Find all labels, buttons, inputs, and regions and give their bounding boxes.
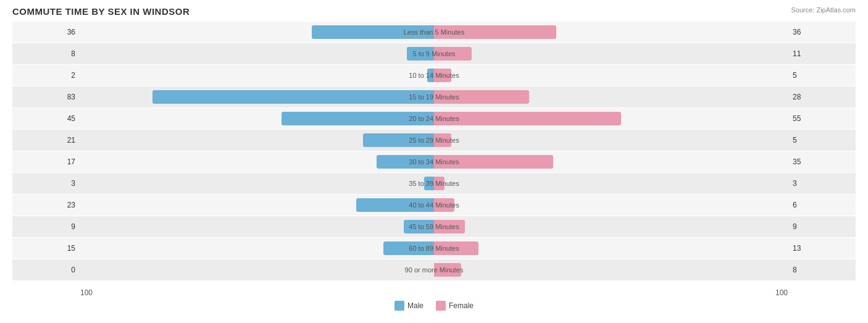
bar-pair: 30 to 34 Minutes [80,154,788,170]
legend-male-label: Male [407,301,424,310]
bar-pair-container: 20 to 24 Minutes [80,108,788,129]
male-bar [407,47,434,61]
chart-area: 36Less than 5 Minutes3685 to 9 Minutes11… [12,22,856,287]
male-bar [404,220,435,233]
male-value: 15 [12,244,80,253]
male-bar [424,177,435,190]
male-value: 9 [12,222,80,231]
legend-female-box [436,301,446,311]
table-row: 945 to 59 Minutes9 [12,216,856,237]
bar-pair-container: 15 to 19 Minutes [80,86,788,107]
table-row: 1730 to 34 Minutes35 [12,151,856,172]
bar-pair: 90 or more Minutes [80,262,788,278]
male-value: 8 [12,49,80,58]
female-bar [434,133,451,147]
table-row: 36Less than 5 Minutes36 [12,22,856,43]
bar-pair: 35 to 39 Minutes [80,175,788,191]
female-value: 28 [788,93,856,101]
female-value: 5 [788,71,856,80]
bar-pair-container: 25 to 29 Minutes [80,130,788,151]
female-bar [434,220,465,233]
bar-pair: 15 to 19 Minutes [80,89,788,105]
female-value: 3 [788,179,856,188]
bar-pair-container: 90 or more Minutes [80,259,788,280]
male-value: 3 [12,179,80,188]
bar-pair-container: Less than 5 Minutes [80,22,788,43]
table-row: 335 to 39 Minutes3 [12,173,856,194]
table-row: 210 to 14 Minutes5 [12,65,856,86]
male-value: 2 [12,71,80,80]
table-row: 090 or more Minutes8 [12,259,856,280]
female-value: 13 [788,244,856,253]
bar-pair-container: 5 to 9 Minutes [80,43,788,64]
female-bar [434,112,621,125]
bar-pair-container: 45 to 59 Minutes [80,216,788,237]
table-row: 4520 to 24 Minutes55 [12,108,856,129]
bar-pair: 60 to 89 Minutes [80,240,788,256]
chart-container: COMMUTE TIME BY SEX IN WINDSOR Source: Z… [0,0,868,323]
bar-pair-container: 30 to 34 Minutes [80,151,788,172]
legend-male: Male [394,301,424,311]
bar-pair-container: 10 to 14 Minutes [80,65,788,86]
bar-pair: 25 to 29 Minutes [80,132,788,148]
female-bar [434,263,461,277]
legend-male-box [394,301,404,311]
table-row: 85 to 9 Minutes11 [12,43,856,64]
male-bar [377,155,435,169]
female-bar [434,155,553,169]
female-value: 35 [788,157,856,166]
female-bar [434,241,478,255]
male-bar [152,90,435,104]
legend: Male Female [12,301,856,311]
female-bar [434,47,472,61]
axis-labels: 100 100 [12,288,856,297]
bar-pair: Less than 5 Minutes [80,24,788,40]
bar-pair: 20 to 24 Minutes [80,111,788,127]
table-row: 1560 to 89 Minutes13 [12,238,856,259]
female-value: 11 [788,49,856,58]
female-value: 6 [788,201,856,209]
male-bar [356,198,435,212]
table-row: 2125 to 29 Minutes5 [12,130,856,151]
male-bar [282,112,435,125]
bar-pair: 45 to 59 Minutes [80,219,788,235]
bar-pair-container: 35 to 39 Minutes [80,173,788,194]
male-value: 17 [12,157,80,166]
bar-pair-container: 60 to 89 Minutes [80,238,788,259]
bar-pair: 40 to 44 Minutes [80,197,788,213]
bar-pair-container: 40 to 44 Minutes [80,195,788,216]
male-bar [312,25,434,39]
female-value: 9 [788,222,856,231]
female-value: 8 [788,266,856,274]
bar-pair: 5 to 9 Minutes [80,46,788,62]
male-value: 23 [12,201,80,209]
male-bar [363,133,435,147]
male-value: 83 [12,93,80,101]
female-value: 55 [788,114,856,123]
female-value: 5 [788,136,856,145]
source-label: Source: ZipAtlas.com [791,6,856,14]
chart-title: COMMUTE TIME BY SEX IN WINDSOR [12,6,856,17]
female-bar [434,177,444,190]
female-bar [434,198,454,212]
female-bar [434,90,529,104]
table-row: 8315 to 19 Minutes28 [12,86,856,107]
male-value: 45 [12,114,80,123]
male-bar [427,69,434,82]
axis-left-label: 100 [80,288,93,297]
male-value: 36 [12,28,80,36]
axis-right-label: 100 [775,288,788,297]
male-value: 0 [12,266,80,274]
female-value: 36 [788,28,856,36]
bar-pair: 10 to 14 Minutes [80,67,788,83]
legend-female-label: Female [449,301,474,310]
female-bar [434,69,451,82]
table-row: 2340 to 44 Minutes6 [12,195,856,216]
male-bar [383,241,435,255]
legend-female: Female [436,301,474,311]
male-value: 21 [12,136,80,145]
female-bar [434,25,556,39]
